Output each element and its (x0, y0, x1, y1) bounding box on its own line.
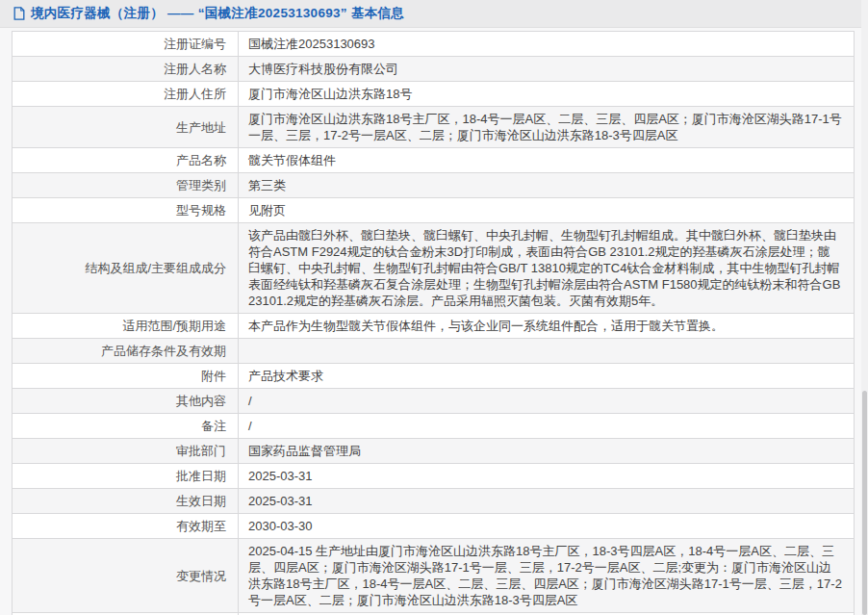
row-label: 结构及组成/主要组成成分 (13, 223, 239, 314)
row-label-text: 附件 (201, 369, 226, 383)
row-label: 备注 (13, 414, 239, 439)
table-body: 注册证编号国械注准20253130693注册人名称大博医疗科技股份有限公司注册人… (13, 32, 855, 615)
row-label: 生效日期 (13, 489, 239, 514)
row-label: 生产地址 (13, 107, 239, 148)
row-label: 审批部门 (13, 439, 239, 464)
row-value: 该产品由髋臼外杯、髋臼垫块、髋臼螺钉、中央孔封帽、生物型钉孔封帽组成。其中髋臼外… (239, 223, 855, 314)
row-label: 注册人名称 (13, 57, 239, 82)
row-value: 2025-03-31 (239, 464, 855, 489)
row-value: / (239, 414, 855, 439)
table-row: 其他内容/ (13, 389, 855, 414)
page-header: 境内医疗器械（注册） —— “国械注准20253130693” 基本信息 (0, 0, 868, 28)
row-value: / (239, 389, 855, 414)
row-value: 2025-04-15 生产地址由厦门市海沧区山边洪东路18号主厂区，18-3号四… (239, 539, 855, 613)
row-label-text: 管理类别 (176, 178, 226, 192)
table-row: 变更情况2025-04-15 生产地址由厦门市海沧区山边洪东路18号主厂区，18… (13, 539, 855, 613)
row-label: 变更情况 (13, 539, 239, 613)
row-value: 本产品作为生物型髋关节假体组件，与该企业同一系统组件配合，适用于髋关节置换。 (239, 314, 855, 339)
table-row: 型号规格见附页 (13, 198, 855, 223)
row-label-text: 其他内容 (176, 394, 226, 408)
table-row: 适用范围/预期用途本产品作为生物型髋关节假体组件，与该企业同一系统组件配合，适用… (13, 314, 855, 339)
row-value: 厦门市海沧区山边洪东路18号 (239, 82, 855, 107)
document-icon (13, 7, 25, 20)
row-value: 厦门市海沧区山边洪东路18号主厂区，18-4号一层A区、二层、三层、四层A区；厦… (239, 107, 855, 148)
table-row: 产品储存条件及有效期 (13, 339, 855, 364)
page-title: 境内医疗器械（注册） —— “国械注准20253130693” 基本信息 (31, 5, 404, 22)
table-row: 生效日期2025-03-31 (13, 489, 855, 514)
row-label: 型号规格 (13, 198, 239, 223)
row-label: 产品储存条件及有效期 (13, 339, 239, 364)
row-label-text: 审批部门 (176, 444, 226, 458)
row-label: 注册证编号 (13, 32, 239, 57)
row-label: 管理类别 (13, 173, 239, 198)
row-label-text: 结构及组成/主要组成成分 (85, 261, 226, 275)
row-value: 髋关节假体组件 (239, 148, 855, 173)
table-row: 批准日期2025-03-31 (13, 464, 855, 489)
row-label: 注册人住所 (13, 82, 239, 107)
row-value: 国械注准20253130693 (239, 32, 855, 57)
row-label: 批准日期 (13, 464, 239, 489)
row-label: 附件 (13, 364, 239, 389)
table-row: 有效期至2030-03-30 (13, 514, 855, 539)
table-row: 注册证编号国械注准20253130693 (13, 32, 855, 57)
row-label: 有效期至 (13, 514, 239, 539)
table-row: 注册人住所厦门市海沧区山边洪东路18号 (13, 82, 855, 107)
row-label-text: 变更情况 (176, 569, 226, 583)
row-label-text: 产品名称 (176, 153, 226, 167)
row-label-text: 生产地址 (176, 120, 226, 135)
row-value: 2025-03-31 (239, 489, 855, 514)
row-value: 大博医疗科技股份有限公司 (239, 57, 855, 82)
row-value (239, 339, 855, 364)
table-row: 生产地址厦门市海沧区山边洪东路18号主厂区，18-4号一层A区、二层、三层、四层… (13, 107, 855, 148)
scrollbar[interactable] (861, 0, 868, 615)
table-row: 审批部门国家药品监督管理局 (13, 439, 855, 464)
row-label-text: 注册证编号 (164, 37, 226, 51)
row-value: 国家药品监督管理局 (239, 439, 855, 464)
row-label-text: 备注 (201, 419, 226, 433)
row-label: 产品名称 (13, 148, 239, 173)
row-label: 适用范围/预期用途 (13, 314, 239, 339)
row-value: 2030-03-30 (239, 514, 855, 539)
registration-info-table: 注册证编号国械注准20253130693注册人名称大博医疗科技股份有限公司注册人… (12, 31, 855, 615)
row-value: 第三类 (239, 173, 855, 198)
row-label-text: 批准日期 (176, 469, 226, 483)
row-label-text: 注册人名称 (164, 62, 226, 76)
table-row: 管理类别第三类 (13, 173, 855, 198)
table-row: 备注/ (13, 414, 855, 439)
row-label-text: 产品储存条件及有效期 (101, 344, 226, 358)
table-row: 注册人名称大博医疗科技股份有限公司 (13, 57, 855, 82)
row-label-text: 型号规格 (176, 203, 226, 218)
table-row: 附件产品技术要求 (13, 364, 855, 389)
table-row: 结构及组成/主要组成成分该产品由髋臼外杯、髋臼垫块、髋臼螺钉、中央孔封帽、生物型… (13, 223, 855, 314)
row-value: 见附页 (239, 198, 855, 223)
row-value: 产品技术要求 (239, 364, 855, 389)
row-label-text: 生效日期 (176, 494, 226, 508)
row-label-text: 适用范围/预期用途 (122, 319, 226, 333)
table-row: 产品名称髋关节假体组件 (13, 148, 855, 173)
row-label-text: 有效期至 (176, 519, 226, 533)
scrollbar-thumb[interactable] (862, 391, 867, 615)
row-label: 其他内容 (13, 389, 239, 414)
row-label-text: 注册人住所 (164, 87, 226, 101)
